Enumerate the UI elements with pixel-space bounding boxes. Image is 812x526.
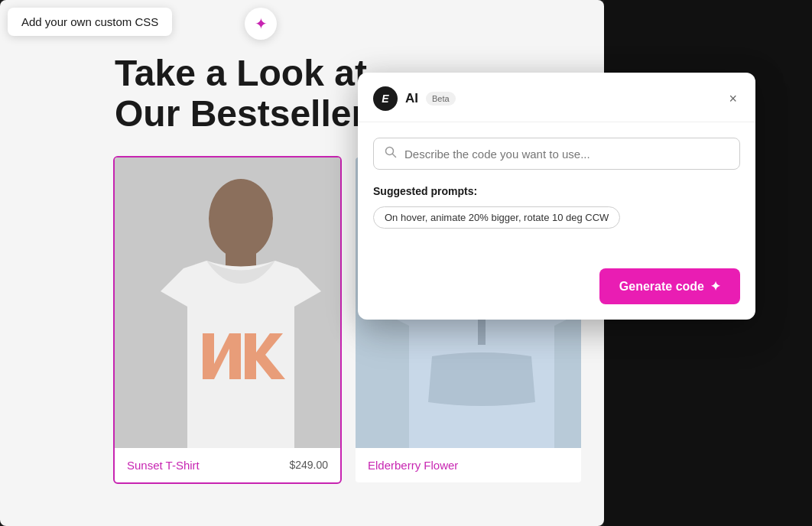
modal-title: AI bbox=[405, 91, 418, 106]
product-name-2: Elderberry Flower bbox=[368, 459, 458, 472]
ai-modal: E AI Beta × Suggest bbox=[358, 73, 755, 320]
suggested-prompts-label: Suggested prompts: bbox=[373, 185, 740, 197]
svg-point-1 bbox=[209, 179, 273, 258]
search-input[interactable] bbox=[404, 148, 729, 161]
beta-badge: Beta bbox=[426, 92, 456, 106]
product-card-1[interactable]: Sunset T-Shirt $249.00 bbox=[115, 157, 340, 482]
generate-label: Generate code bbox=[619, 280, 704, 294]
modal-body: Suggested prompts: On hover, animate 20%… bbox=[358, 122, 755, 268]
generate-icon: ✦ bbox=[710, 279, 720, 294]
tooltip-bar: Add your own custom CSS bbox=[8, 8, 172, 36]
prompt-chip-0[interactable]: On hover, animate 20% bigger, rotate 10 … bbox=[373, 206, 620, 229]
search-box[interactable] bbox=[373, 138, 740, 170]
modal-footer: Generate code ✦ bbox=[358, 268, 755, 320]
product-info-1: Sunset T-Shirt $249.00 bbox=[115, 448, 340, 482]
svg-line-6 bbox=[393, 154, 396, 157]
elementor-logo: E bbox=[373, 86, 398, 111]
product-info-2: Elderberry Flower bbox=[356, 448, 581, 482]
product-price-1: $249.00 bbox=[289, 459, 328, 471]
close-button[interactable]: × bbox=[726, 89, 740, 109]
tooltip-text: Add your own custom CSS bbox=[21, 15, 158, 28]
sparkle-button[interactable]: ✦ bbox=[245, 8, 277, 40]
sparkle-icon: ✦ bbox=[255, 15, 268, 33]
generate-button[interactable]: Generate code ✦ bbox=[599, 268, 740, 304]
product-image-1 bbox=[115, 157, 340, 448]
modal-header: E AI Beta × bbox=[358, 73, 755, 122]
modal-header-left: E AI Beta bbox=[373, 86, 456, 111]
product-name-1: Sunset T-Shirt bbox=[127, 459, 200, 472]
search-icon bbox=[385, 146, 397, 161]
prompt-chips: On hover, animate 20% bigger, rotate 10 … bbox=[373, 206, 740, 229]
